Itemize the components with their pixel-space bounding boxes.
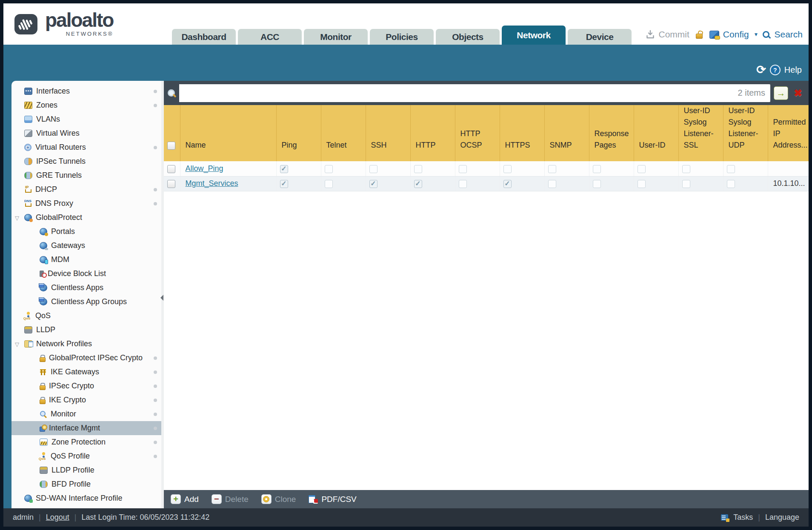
interface-mgmt-icon — [40, 427, 45, 432]
sidebar-item-qos[interactable]: QoS — [11, 309, 161, 323]
tab-objects[interactable]: Objects — [436, 29, 500, 45]
commit-icon[interactable] — [646, 30, 655, 39]
sidebar-item-globalprotect[interactable]: ▽GlobalProtect — [11, 211, 161, 225]
service-state-checkbox — [459, 180, 467, 188]
sidebar-item-label: Clientless App Groups — [51, 297, 127, 306]
item-dot — [154, 441, 157, 444]
lock-icon[interactable] — [696, 31, 703, 39]
clientless-apps-icon — [40, 284, 47, 291]
row-checkbox[interactable] — [167, 165, 175, 173]
help-label[interactable]: Help — [784, 65, 802, 75]
tab-acc[interactable]: ACC — [238, 29, 302, 45]
monitor-profile-icon — [40, 411, 47, 417]
table-row[interactable]: Allow_Ping — [164, 161, 809, 176]
tasks-icon[interactable] — [721, 514, 728, 521]
sidebar-item-ipsec-crypto[interactable]: IPSec Crypto — [11, 379, 161, 393]
apply-filter-button[interactable]: → — [774, 86, 788, 100]
filter-input[interactable] — [179, 84, 738, 102]
sidebar-item-gateways[interactable]: Gateways — [11, 239, 161, 253]
config-caret-icon[interactable]: ▼ — [754, 31, 759, 37]
col-ping[interactable]: Ping — [276, 105, 321, 161]
delete-button[interactable]: − Delete — [212, 494, 249, 504]
clone-button[interactable]: Clone — [261, 494, 296, 504]
clear-filter-button[interactable]: ✖ — [792, 87, 804, 100]
col-user-id[interactable]: User-ID Syslog Listener- SSL — [678, 105, 723, 161]
content: InterfacesZonesVLANsVirtual WiresVirtual… — [3, 81, 809, 508]
col-user-id[interactable]: User-ID — [634, 105, 678, 161]
table-row[interactable]: Mgmt_Services10.1.10... — [164, 176, 809, 191]
col-ssh[interactable]: SSH — [366, 105, 410, 161]
sidebar-item-monitor[interactable]: Monitor — [11, 407, 161, 421]
row-checkbox[interactable] — [167, 180, 175, 188]
item-dot — [154, 385, 157, 388]
sidebar-item-lldp-profile[interactable]: LLDP Profile — [11, 463, 161, 477]
sidebar-item-virtual-routers[interactable]: Virtual Routers — [11, 140, 161, 154]
sidebar: InterfacesZonesVLANsVirtual WiresVirtual… — [11, 81, 161, 508]
sidebar-item-vlans[interactable]: VLANs — [11, 112, 161, 126]
tab-policies[interactable]: Policies — [370, 29, 434, 45]
sidebar-item-label: DHCP — [35, 185, 57, 194]
service-state-checkbox — [325, 180, 333, 188]
col-permitted[interactable]: Permitted IP Address... — [768, 105, 809, 161]
sidebar-item-globalprotect-ipsec-crypto[interactable]: GlobalProtect IPSec Crypto — [11, 351, 161, 365]
config-button[interactable]: Config — [723, 29, 749, 40]
sidebar-item-lldp[interactable]: LLDP — [11, 323, 161, 337]
col-response[interactable]: Response Pages — [589, 105, 634, 161]
sidebar-item-mdm[interactable]: MDM — [11, 253, 161, 267]
sidebar-item-bfd-profile[interactable]: BFD Profile — [11, 477, 161, 491]
language-link[interactable]: Language — [765, 513, 799, 522]
col-name[interactable]: Name — [180, 105, 276, 161]
sidebar-item-dhcp[interactable]: DHCP — [11, 182, 161, 197]
refresh-icon[interactable]: ⟳ — [756, 64, 766, 76]
sidebar-item-gre-tunnels[interactable]: GRE Tunnels — [11, 168, 161, 182]
profile-name-link[interactable]: Mgmt_Services — [186, 179, 238, 188]
tab-dashboard[interactable]: Dashboard — [172, 29, 236, 45]
expander-icon[interactable]: ▽ — [15, 215, 19, 220]
sidebar-item-label: IKE Gateways — [51, 368, 99, 376]
col-snmp[interactable]: SNMP — [544, 105, 589, 161]
sidebar-item-network-profiles[interactable]: ▽Network Profiles — [11, 337, 161, 351]
col-https[interactable]: HTTPS — [500, 105, 544, 161]
select-all-checkbox[interactable] — [167, 142, 175, 150]
pdf-csv-button[interactable]: PDF/CSV — [309, 495, 356, 504]
actions-toolbar: + Add − Delete Clone PDF/CSV — [164, 490, 809, 508]
sidebar-item-label: GlobalProtect — [36, 213, 82, 222]
sidebar-item-qos-profile[interactable]: QoS Profile — [11, 449, 161, 463]
sidebar-collapse-handle[interactable] — [160, 295, 163, 301]
sidebar-item-clientless-app-groups[interactable]: Clientless App Groups — [11, 295, 161, 309]
expander-icon[interactable]: ▽ — [15, 341, 19, 347]
sidebar-item-ike-crypto[interactable]: IKE Crypto — [11, 393, 161, 407]
col-http[interactable]: HTTP — [410, 105, 455, 161]
service-state-checkbox — [682, 165, 690, 173]
sidebar-item-label: Zones — [36, 101, 57, 110]
sidebar-item-label: Portals — [51, 227, 75, 236]
tasks-link[interactable]: Tasks — [733, 513, 753, 522]
sidebar-item-device-block-list[interactable]: Device Block List — [11, 267, 161, 281]
help-icon[interactable]: ? — [770, 65, 781, 75]
service-state-checkbox — [727, 165, 735, 173]
sidebar-item-label: Zone Protection — [51, 438, 106, 447]
col-telnet[interactable]: Telnet — [321, 105, 366, 161]
profile-name-link[interactable]: Allow_Ping — [186, 164, 223, 173]
tab-monitor[interactable]: Monitor — [304, 29, 368, 45]
sidebar-item-virtual-wires[interactable]: Virtual Wires — [11, 126, 161, 140]
logout-link[interactable]: Logout — [46, 513, 69, 522]
sidebar-item-ipsec-tunnels[interactable]: IPSec Tunnels — [11, 154, 161, 168]
col-user-id[interactable]: User-ID Syslog Listener- UDP — [723, 105, 768, 161]
sidebar-item-zone-protection[interactable]: Zone Protection — [11, 435, 161, 449]
sidebar-item-ike-gateways[interactable]: IKE Gateways — [11, 365, 161, 379]
sidebar-item-sd-wan-interface-profile[interactable]: SD-WAN Interface Profile — [11, 491, 161, 505]
col-http[interactable]: HTTP OCSP — [455, 105, 500, 161]
sidebar-item-interfaces[interactable]: Interfaces — [11, 84, 161, 98]
sidebar-item-interface-mgmt[interactable]: Interface Mgmt — [11, 421, 161, 435]
add-button[interactable]: + Add — [171, 494, 199, 504]
commit-button[interactable]: Commit — [659, 29, 689, 40]
search-button[interactable]: Search — [774, 29, 803, 40]
sidebar-item-clientless-apps[interactable]: Clientless Apps — [11, 281, 161, 295]
sidebar-item-dns-proxy[interactable]: DNS Proxy — [11, 197, 161, 211]
tab-network[interactable]: Network — [502, 26, 566, 45]
add-icon: + — [171, 494, 181, 504]
tab-device[interactable]: Device — [568, 29, 632, 45]
sidebar-item-portals[interactable]: Portals — [11, 225, 161, 239]
sidebar-item-zones[interactable]: Zones — [11, 98, 161, 112]
